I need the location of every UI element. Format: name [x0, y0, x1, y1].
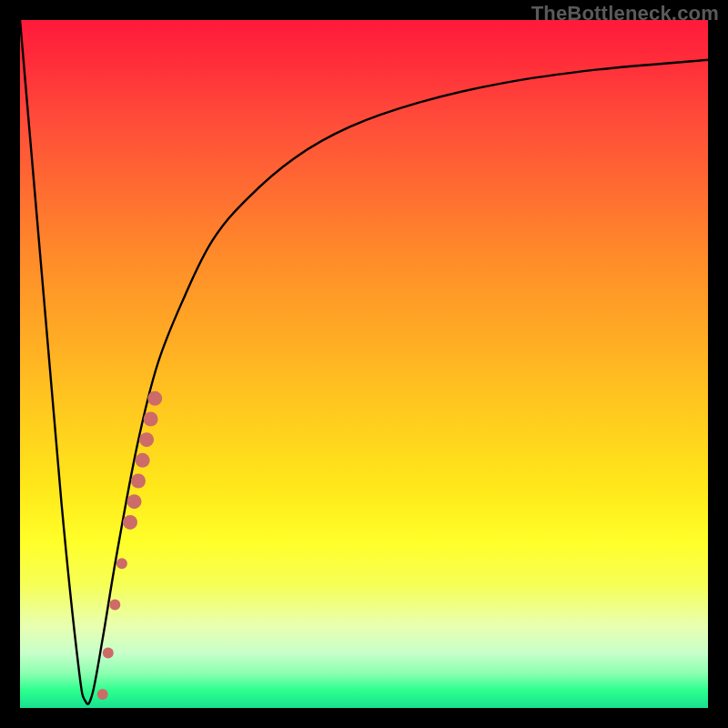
data-marker	[144, 412, 158, 427]
plot-area	[20, 20, 708, 708]
marker-group	[97, 391, 163, 700]
data-marker	[116, 558, 127, 569]
data-marker	[147, 391, 162, 406]
data-marker	[109, 600, 120, 611]
data-marker	[136, 453, 150, 468]
data-marker	[123, 515, 137, 530]
curve-svg	[20, 20, 708, 708]
data-marker	[97, 689, 108, 700]
watermark-text: TheBottleneck.com	[531, 2, 719, 25]
chart-frame: TheBottleneck.com	[0, 0, 728, 728]
data-marker	[127, 494, 142, 509]
data-marker	[103, 648, 114, 659]
data-marker	[139, 432, 154, 447]
bottleneck-curve	[20, 20, 708, 704]
data-marker	[131, 474, 146, 489]
